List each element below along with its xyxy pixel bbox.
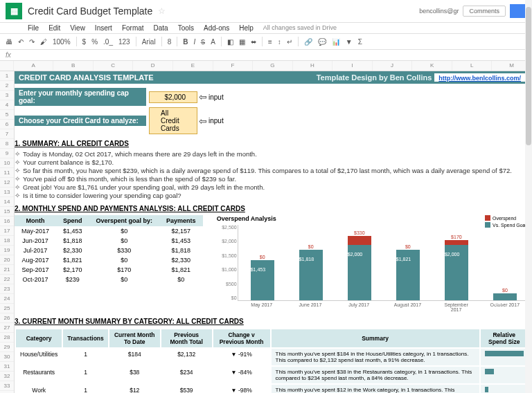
bold-icon[interactable]: B (183, 38, 188, 46)
sheets-icon: ▦ (6, 3, 22, 19)
col-k[interactable]: K (412, 61, 452, 71)
format-more[interactable]: 123 (118, 38, 130, 46)
col-corner[interactable] (0, 61, 14, 71)
col-i[interactable]: I (332, 61, 373, 71)
row-header[interactable]: 15 (0, 207, 14, 217)
row-header[interactable]: 32 (0, 372, 14, 381)
col-c[interactable]: C (94, 61, 134, 71)
strike-icon[interactable]: S̶ (201, 38, 205, 46)
valign-icon[interactable]: ↕ (278, 38, 281, 46)
row-header[interactable]: 22 (0, 275, 14, 284)
row-header[interactable]: 28 (0, 333, 14, 342)
row-header[interactable]: 4 (0, 100, 14, 110)
row-header[interactable]: 24 (0, 294, 14, 304)
menu-format[interactable]: Format (122, 24, 144, 32)
table-row: May-2017$1,453$0$2,157 (15, 226, 203, 236)
vertical-scrollbar[interactable] (525, 0, 532, 393)
col-d[interactable]: D (133, 61, 173, 71)
paint-icon[interactable]: 🖌 (40, 38, 47, 46)
row-header[interactable]: 10 (0, 158, 14, 168)
card-select-input[interactable]: All Credit Cards (149, 107, 197, 134)
format-currency[interactable]: $ (82, 38, 87, 46)
star-icon[interactable]: ☆ (158, 6, 166, 16)
spending-cap-input[interactable]: $2,000 (149, 91, 197, 103)
menu-help[interactable]: Help (239, 24, 254, 32)
chart-icon[interactable]: 📊 (332, 38, 340, 46)
row-header[interactable]: 1 (0, 71, 14, 81)
row-header[interactable]: 5 (0, 110, 14, 120)
row-header[interactable]: 6 (0, 120, 14, 129)
row-header[interactable]: 33 (0, 381, 14, 391)
row-header[interactable]: 17 (0, 226, 14, 236)
redo-icon[interactable]: ↷ (29, 38, 35, 46)
row-header[interactable]: 9 (0, 149, 14, 158)
functions-icon[interactable]: Σ (358, 38, 362, 46)
toolbar: 🖶 ↶ ↷ 🖌 100% $ % .0_ 123 Arial 8 B I S̶ … (0, 33, 532, 50)
row-header[interactable]: 31 (0, 362, 14, 372)
formula-bar[interactable]: fx (0, 50, 532, 61)
fill-color-icon[interactable]: ◧ (227, 38, 233, 46)
row-header[interactable]: 2 (0, 81, 14, 91)
text-color-icon[interactable]: A (211, 38, 215, 46)
filter-icon[interactable]: ▼ (346, 38, 353, 46)
borders-icon[interactable]: ▦ (239, 38, 245, 46)
row-header[interactable]: 20 (0, 255, 14, 265)
row-header[interactable]: 11 (0, 168, 14, 178)
template-link-box: http://www.benlcollins.com/ (434, 73, 525, 82)
wrap-icon[interactable]: ↵ (287, 38, 292, 46)
legend-over: Overspend (493, 216, 516, 221)
row-header[interactable]: 18 (0, 236, 14, 246)
share-button[interactable] (510, 4, 526, 18)
comments-button[interactable]: Comments (463, 6, 506, 17)
merge-icon[interactable]: ⬌ (251, 38, 256, 46)
zoom-select[interactable]: 100% (53, 38, 71, 46)
format-percent[interactable]: % (91, 38, 98, 46)
print-icon[interactable]: 🖶 (6, 38, 12, 46)
col-h[interactable]: H (293, 61, 333, 71)
document-title[interactable]: Credit Card Budget Template (28, 6, 152, 17)
row-header[interactable]: 16 (0, 217, 14, 226)
col-g[interactable]: G (253, 61, 293, 71)
arrow-icon: ⇦ (199, 116, 207, 127)
col-a[interactable]: A (14, 61, 54, 71)
row-header[interactable]: 27 (0, 323, 14, 333)
font-select[interactable]: Arial (142, 38, 156, 46)
halign-icon[interactable]: ≡ (268, 38, 272, 46)
row-header[interactable]: 13 (0, 188, 14, 197)
menu-tools[interactable]: Tools (178, 24, 194, 32)
row-header[interactable]: 29 (0, 342, 14, 352)
row-header[interactable]: 25 (0, 304, 14, 313)
row-header[interactable]: 21 (0, 265, 14, 275)
col-j[interactable]: J (373, 61, 413, 71)
arrow-icon: ⇦ (199, 91, 207, 102)
template-link[interactable]: http://www.benlcollins.com/ (438, 75, 521, 82)
legend-swatch-over (485, 215, 490, 221)
undo-icon[interactable]: ↶ (18, 38, 24, 46)
menu-file[interactable]: File (28, 24, 39, 32)
col-f[interactable]: F (213, 61, 254, 71)
menu-addons[interactable]: Add-ons (204, 24, 229, 32)
row-header[interactable]: 8 (0, 139, 14, 149)
col-l[interactable]: L (452, 61, 493, 71)
summary-row: ✧Today is Monday, 02 Oct 2017, which mea… (15, 150, 529, 158)
link-icon[interactable]: 🔗 (304, 38, 312, 46)
menu-insert[interactable]: Insert (95, 24, 112, 32)
italic-icon[interactable]: I (193, 38, 195, 46)
row-header[interactable]: 23 (0, 284, 14, 294)
col-b[interactable]: B (53, 61, 94, 71)
input-tag: input (209, 117, 224, 125)
row-header[interactable]: 7 (0, 129, 14, 139)
col-e[interactable]: E (173, 61, 213, 71)
menu-data[interactable]: Data (154, 24, 168, 32)
row-header[interactable]: 14 (0, 197, 14, 207)
menu-view[interactable]: View (70, 24, 85, 32)
row-header[interactable]: 30 (0, 352, 14, 362)
menu-edit[interactable]: Edit (48, 24, 60, 32)
row-header[interactable]: 26 (0, 313, 14, 323)
font-size[interactable]: 8 (168, 38, 172, 46)
comment-icon[interactable]: 💬 (318, 38, 326, 46)
row-header[interactable]: 12 (0, 178, 14, 188)
row-header[interactable]: 19 (0, 246, 14, 255)
row-header[interactable]: 3 (0, 91, 14, 100)
format-dec[interactable]: .0_ (103, 38, 113, 46)
